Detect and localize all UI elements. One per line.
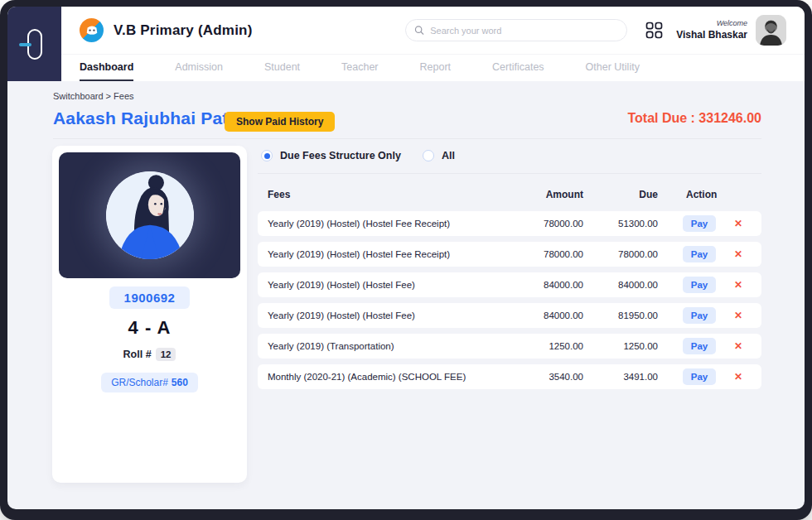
tab-report[interactable]: Report: [420, 55, 452, 81]
user-avatar[interactable]: [756, 15, 786, 46]
show-paid-history-button[interactable]: Show Paid History: [225, 112, 335, 132]
gr-scholar-badge: GR/Scholar#560: [101, 373, 198, 392]
pay-button[interactable]: Pay: [683, 338, 716, 354]
fee-due: 78000.00: [583, 249, 658, 259]
table-row: Yearly (2019) (Hostel) (Hostel Fee) 8400…: [258, 272, 761, 297]
pay-button[interactable]: Pay: [683, 246, 716, 262]
radio-due-fees-only[interactable]: Due Fees Structure Only: [261, 150, 401, 161]
table-row: Yearly (2019) (Hostel) (Hostel Fee Recei…: [258, 242, 761, 267]
brand-logo-icon[interactable]: [24, 29, 44, 60]
sidebar-logo-box: [7, 7, 61, 81]
fee-name: Yearly (2019) (Hostel) (Hostel Fee): [268, 311, 505, 320]
fees-filter: Due Fees Structure Only All: [258, 146, 761, 161]
tab-student[interactable]: Student: [264, 55, 300, 81]
table-row: Yearly (2019) (Hostel) (Hostel Fee Recei…: [258, 211, 761, 236]
student-avatar-illustration: [106, 171, 194, 259]
fee-due: 84000.00: [583, 280, 658, 290]
tab-certificates[interactable]: Certificates: [492, 55, 544, 81]
roll-label: Roll #: [123, 349, 152, 360]
fee-name: Yearly (2019) (Hostel) (Hostel Fee Recei…: [268, 219, 505, 229]
delete-icon[interactable]: ✕: [734, 372, 742, 382]
breadcrumb[interactable]: Switchboard > Fees: [53, 91, 134, 101]
divider: [53, 138, 761, 139]
total-due: Total Due : 331246.00: [627, 111, 761, 126]
fee-name: Yearly (2019) (Transportation): [268, 341, 505, 351]
school-logo-icon: [80, 18, 104, 42]
student-info: 1900692 4 - A Roll #12 GR/Scholar#560: [52, 286, 247, 392]
student-name-title: Aakash Rajubhai Patel: [53, 108, 243, 128]
pay-button[interactable]: Pay: [683, 215, 716, 232]
fee-due: 1250.00: [583, 341, 658, 351]
search-bar[interactable]: [405, 19, 627, 41]
student-photo: [59, 152, 240, 278]
fee-amount: 84000.00: [505, 280, 583, 290]
delete-icon[interactable]: ✕: [734, 249, 742, 259]
pay-button[interactable]: Pay: [683, 277, 716, 293]
header: V.B Primary (Admin) Welcome Vishal Bhask…: [61, 7, 805, 54]
search-input[interactable]: [430, 26, 618, 36]
nav-tabs: DashboardAdmissionStudentTeacherReportCe…: [61, 54, 805, 81]
fee-name: Yearly (2019) (Hostel) (Hostel Fee Recei…: [268, 249, 505, 259]
header-fees: Fees: [268, 189, 505, 200]
divider: [258, 173, 761, 174]
delete-icon[interactable]: ✕: [734, 219, 742, 229]
user-name: Vishal Bhaskar: [676, 29, 747, 41]
tab-dashboard[interactable]: Dashboard: [80, 55, 133, 81]
radio-unselected-icon: [423, 150, 434, 161]
fee-due: 81950.00: [583, 311, 658, 320]
pay-button[interactable]: Pay: [683, 307, 716, 324]
fee-amount: 1250.00: [505, 341, 583, 351]
fees-panel: Due Fees Structure Only All Fees Amount …: [258, 146, 761, 395]
fees-table-body: Yearly (2019) (Hostel) (Hostel Fee Recei…: [258, 211, 761, 389]
tab-other-utility[interactable]: Other Utility: [586, 55, 640, 81]
delete-icon[interactable]: ✕: [734, 341, 742, 351]
delete-icon[interactable]: ✕: [734, 311, 742, 320]
table-row: Monthly (2020-21) (Academic) (SCHOOL FEE…: [258, 364, 761, 389]
search-icon: [414, 25, 424, 36]
radio-selected-icon: [261, 150, 273, 161]
welcome-block: Welcome Vishal Bhaskar: [676, 19, 747, 41]
content: Switchboard > Fees Aakash Rajubhai Patel…: [7, 81, 805, 509]
apps-grid-icon[interactable]: [645, 22, 663, 39]
welcome-label: Welcome: [676, 19, 747, 28]
table-row: Yearly (2019) (Transportation) 1250.00 1…: [258, 334, 761, 359]
fee-due: 51300.00: [583, 219, 658, 229]
header-amount: Amount: [505, 189, 583, 200]
fee-amount: 78000.00: [505, 219, 583, 229]
app-screen: V.B Primary (Admin) Welcome Vishal Bhask…: [7, 7, 805, 509]
fee-amount: 3540.00: [505, 372, 583, 382]
fee-name: Yearly (2019) (Hostel) (Hostel Fee): [268, 280, 505, 290]
tab-admission[interactable]: Admission: [175, 55, 223, 81]
table-header: Fees Amount Due Action: [258, 185, 761, 205]
fee-amount: 78000.00: [505, 249, 583, 259]
radio-all[interactable]: All: [423, 150, 455, 161]
header-due: Due: [583, 189, 658, 200]
student-card: 1900692 4 - A Roll #12 GR/Scholar#560: [52, 146, 247, 483]
fee-name: Monthly (2020-21) (Academic) (SCHOOL FEE…: [268, 372, 505, 382]
fee-amount: 84000.00: [505, 311, 583, 320]
student-id-badge: 1900692: [109, 286, 191, 309]
tab-teacher[interactable]: Teacher: [341, 55, 378, 81]
pay-button[interactable]: Pay: [683, 368, 716, 385]
fee-due: 3491.00: [583, 372, 658, 382]
student-class: 4 - A: [52, 317, 247, 339]
roll-number-badge: 12: [156, 348, 176, 361]
window-frame: V.B Primary (Admin) Welcome Vishal Bhask…: [0, 0, 812, 520]
header-action: Action: [658, 189, 761, 200]
app-title: V.B Primary (Admin): [114, 22, 253, 39]
delete-icon[interactable]: ✕: [734, 280, 742, 290]
roll-line: Roll #12: [52, 348, 247, 361]
table-row: Yearly (2019) (Hostel) (Hostel Fee) 8400…: [258, 303, 761, 328]
